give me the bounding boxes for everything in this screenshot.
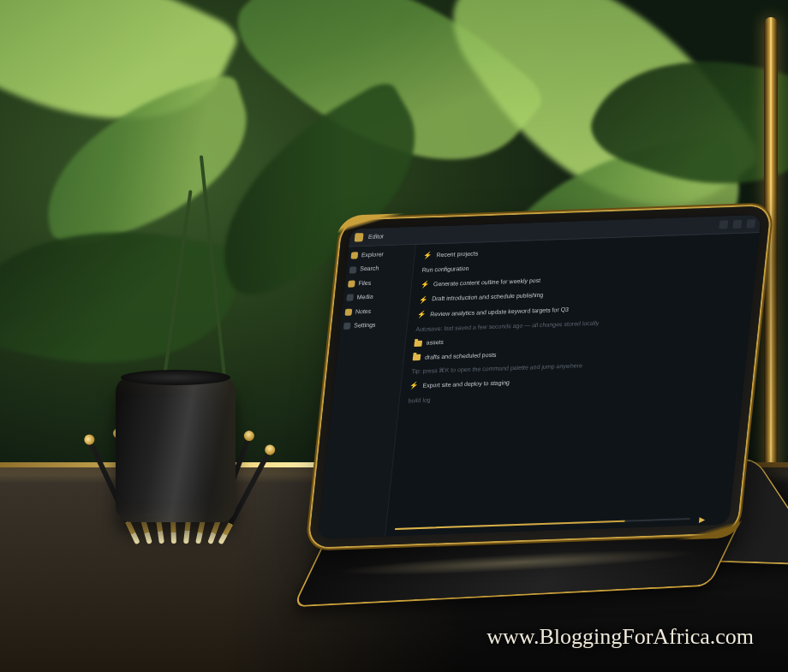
folder-icon — [414, 341, 422, 347]
bolt-icon: ⚡ — [417, 311, 427, 319]
watermark-text: www.BloggingForAfrica.com — [487, 624, 754, 650]
sidebar-item[interactable]: Files — [348, 278, 409, 288]
maximize-icon[interactable] — [732, 220, 742, 229]
minimize-icon[interactable] — [719, 220, 728, 229]
tablet-screen[interactable]: Editor Explorer Search Files Media Notes — [318, 215, 761, 538]
bolt-icon: ⚡ — [409, 382, 419, 390]
sidebar-item-label: Notes — [355, 307, 371, 315]
bolt-icon: ⚡ — [420, 280, 429, 288]
row-text: Export site and deploy to staging — [422, 379, 510, 390]
sidebar-item-label: Media — [356, 294, 373, 301]
sidebar-item[interactable]: Explorer — [350, 250, 411, 259]
scene: Editor Explorer Search Files Media Notes — [0, 0, 788, 672]
app-icon — [355, 233, 364, 241]
row-text: Tip: press ⌘K to open the command palett… — [411, 362, 583, 375]
progress-bar[interactable] — [395, 518, 690, 530]
row-text: Draft introduction and schedule publishi… — [432, 292, 544, 303]
row-text: assets — [426, 339, 444, 347]
close-icon[interactable] — [746, 219, 755, 228]
play-icon[interactable]: ▶ — [699, 515, 706, 525]
row-text: Autosave: last saved a few seconds ago —… — [415, 319, 600, 333]
tablet-device: Editor Explorer Search Files Media Notes — [308, 205, 771, 547]
row-text: Run configuration — [421, 265, 469, 273]
app-label: Editor — [368, 233, 385, 241]
sidebar-item[interactable]: Notes — [344, 306, 405, 316]
row-text: build log — [408, 396, 431, 404]
sidebar-item[interactable]: Search — [349, 265, 410, 274]
sidebar-item[interactable]: Media — [346, 293, 407, 302]
sidebar-item[interactable]: Settings — [343, 320, 404, 330]
main-panel: ⚡Recent projects Run configuration ⚡Gene… — [385, 233, 760, 537]
bolt-icon: ⚡ — [423, 251, 433, 259]
row-text: Recent projects — [436, 250, 478, 259]
sidebar-item-label: Search — [360, 265, 379, 273]
sidebar-item-label: Files — [358, 280, 372, 288]
bolt-icon: ⚡ — [419, 295, 428, 304]
row-text: Review analytics and update keyword targ… — [430, 306, 570, 318]
folder-icon — [413, 354, 421, 360]
window-controls[interactable] — [719, 219, 755, 229]
row-text: drafts and scheduled posts — [425, 351, 498, 360]
sidebar-item-label: Explorer — [361, 251, 384, 259]
row-text: Generate content outline for weekly post — [433, 277, 540, 288]
sidebar-item-label: Settings — [354, 322, 376, 330]
